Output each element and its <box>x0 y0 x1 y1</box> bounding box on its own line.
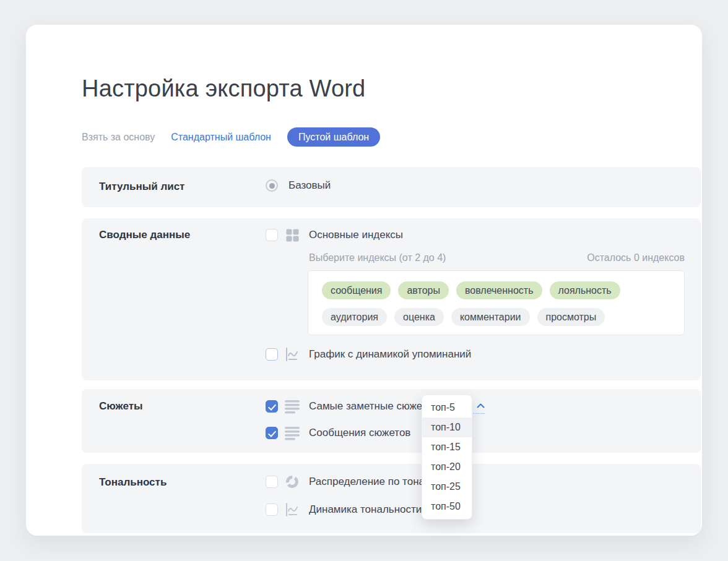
list-icon <box>284 426 300 440</box>
dropdown-option[interactable]: топ-10 <box>422 418 472 437</box>
indexes-picker: сообщения авторы вовлеченность лояльност… <box>308 270 685 335</box>
radio-basic-title-label: Базовый <box>288 179 331 192</box>
page-title: Настройка экспорта Word <box>82 75 365 102</box>
section-plots-label: Сюжеты <box>99 400 142 413</box>
section-plots: Сюжеты Самые заметные сюжеты, топ-10 <box>82 389 701 453</box>
dropdown-option[interactable]: топ-15 <box>422 437 472 457</box>
tonality-dynamics-label: Динамика тональности <box>309 503 422 516</box>
plot-messages-label: Сообщения сюжетов <box>309 427 410 439</box>
index-chip[interactable]: просмотры <box>537 308 605 326</box>
grid-icon <box>284 228 300 242</box>
index-chip-selected[interactable]: лояльность <box>550 281 620 299</box>
checkbox-tonality-distribution[interactable] <box>266 476 278 488</box>
radio-basic-title[interactable] <box>266 179 278 192</box>
index-chip-selected[interactable]: авторы <box>398 281 449 299</box>
section-summary-label: Сводные данные <box>99 229 190 241</box>
section-title-page: Титульный лист Базовый <box>82 167 701 207</box>
template-source-label: Взять за основу <box>82 127 155 147</box>
checkbox-plot-messages[interactable] <box>266 427 278 439</box>
dropdown-option[interactable]: топ-5 <box>422 398 472 418</box>
chevron-up-icon <box>477 403 485 408</box>
tab-standard-template[interactable]: Стандартный шаблон <box>171 127 271 147</box>
tab-empty-template[interactable]: Пустой шаблон <box>287 127 380 147</box>
dropdown-option[interactable]: топ-20 <box>422 457 472 477</box>
top-plots-label: Самые заметные сюжеты, <box>309 400 437 413</box>
index-chip[interactable]: аудитория <box>322 308 387 326</box>
section-title-page-label: Титульный лист <box>99 181 184 193</box>
index-chip[interactable]: оценка <box>394 308 444 326</box>
top-n-dropdown-menu: топ-5 топ-10 топ-15 топ-20 топ-25 топ-50 <box>422 395 472 520</box>
line-chart-icon <box>284 347 300 362</box>
checkbox-main-indexes[interactable] <box>266 229 278 241</box>
dropdown-option[interactable]: топ-50 <box>422 497 472 516</box>
checkbox-top-plots[interactable] <box>266 400 278 413</box>
index-chip-selected[interactable]: сообщения <box>322 281 391 299</box>
mentions-chart-label: График с динамикой упоминаний <box>309 348 471 361</box>
index-chip[interactable]: комментарии <box>451 308 530 326</box>
line-chart-icon <box>284 502 300 517</box>
section-tonality-label: Тональность <box>99 476 167 489</box>
dropdown-option[interactable]: топ-25 <box>422 477 472 497</box>
indexes-remaining: Осталось 0 индексов <box>587 252 685 263</box>
list-icon <box>284 399 300 414</box>
donut-chart-icon <box>284 474 300 489</box>
main-indexes-label: Основные индексы <box>309 229 403 241</box>
checkbox-tonality-dynamics[interactable] <box>266 503 278 516</box>
template-tabs: Взять за основу Стандартный шаблон Пусто… <box>82 127 380 147</box>
export-settings-card: Настройка экспорта Word Взять за основу … <box>26 25 702 536</box>
indexes-hint: Выберите индексы (от 2 до 4) <box>309 252 446 263</box>
section-summary-data: Сводные данные Основные индексы Выберите… <box>82 218 701 380</box>
index-chip-selected[interactable]: вовлеченность <box>456 281 542 299</box>
page-background: Настройка экспорта Word Взять за основу … <box>0 0 728 561</box>
section-tonality: Тональность Распределение по тональности <box>82 464 701 533</box>
checkbox-mentions-chart[interactable] <box>266 348 278 361</box>
